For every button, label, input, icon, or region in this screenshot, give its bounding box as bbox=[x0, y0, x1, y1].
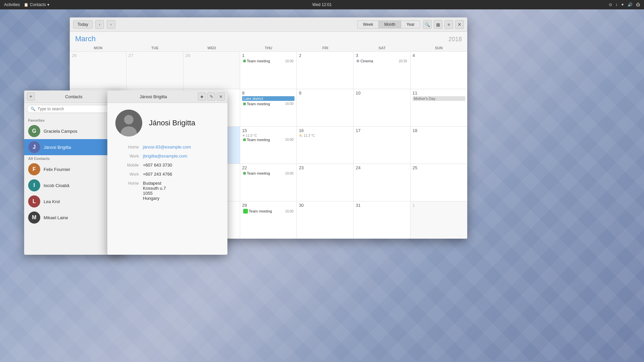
detail-contact-name: Jánosi Brigitta bbox=[149, 119, 195, 127]
cal-cell-11[interactable]: 11 Mother's Day bbox=[411, 89, 467, 126]
event-team-meeting-22[interactable]: Team meeting 16:00 bbox=[242, 171, 294, 176]
detail-fields: Home jánosi-83@example.com Work jbrigitt… bbox=[115, 144, 219, 201]
cal-cell-17[interactable]: 17 bbox=[354, 127, 410, 164]
topbar-sys-icons: ⊙ ↕ ✦ 🔊 ⏻ bbox=[609, 2, 640, 7]
cal-cell-22[interactable]: 22 Team meeting 16:00 bbox=[240, 164, 297, 201]
detail-close-button[interactable]: ✕ bbox=[217, 93, 225, 101]
list-view-button[interactable]: ▦ bbox=[434, 20, 442, 29]
event-lake-district[interactable]: Lake district bbox=[242, 96, 294, 101]
topbar: Activities 📋 Contacts ▾ Wed 12:01 ⊙ ↕ ✦ … bbox=[0, 0, 644, 9]
field-work-email: Work jbrigitta@example.com bbox=[115, 154, 219, 159]
contact-detail-window: Jánosi Brigitta ★ ✎ ✕ Jánosi Brigitta Ho bbox=[107, 90, 227, 255]
contact-avatar-graciela: G bbox=[28, 125, 40, 137]
event-team-meeting-1[interactable]: Team meeting 16:00 bbox=[242, 59, 294, 63]
event-team-meeting-29[interactable]: Team meeting 16:00 bbox=[242, 208, 294, 214]
cal-cell-30[interactable]: 30 bbox=[297, 201, 354, 239]
cal-cell-15[interactable]: 15 ☀11.0 °C Team meeting 16:00 bbox=[240, 127, 297, 164]
cal-cell-23[interactable]: 23 bbox=[297, 164, 354, 201]
contacts-app-icon: 📋 bbox=[24, 3, 29, 7]
detail-toolbar: Jánosi Brigitta ★ ✎ ✕ bbox=[107, 90, 227, 103]
event-mothers-day[interactable]: Mother's Day bbox=[413, 96, 465, 101]
cal-cell-1[interactable]: 1 Team meeting 16:00 bbox=[240, 52, 297, 89]
contact-name-lea: Lea Krol bbox=[44, 199, 60, 204]
event-dot bbox=[243, 138, 246, 141]
cal-cell-25[interactable]: 25 bbox=[411, 164, 467, 201]
cal-cell-26-feb[interactable]: 26 bbox=[70, 52, 126, 89]
cal-cell-8[interactable]: 8 Lake district Team meeting 16:00 bbox=[240, 89, 297, 126]
day-header-sun: SUN bbox=[411, 45, 467, 51]
field-work-email-value: jbrigitta@example.com bbox=[143, 154, 187, 159]
detail-window-title: Jánosi Brigitta bbox=[110, 94, 197, 99]
cal-cell-4[interactable]: 4 bbox=[411, 52, 467, 89]
edit-button[interactable]: ✎ bbox=[207, 93, 215, 101]
calendar-toolbar-right: 🔍 ▦ ≡ ✕ bbox=[423, 20, 464, 29]
weather-15: ☀11.0 °C bbox=[242, 134, 294, 137]
cal-cell-18[interactable]: 18 bbox=[411, 127, 467, 164]
topbar-app-menu[interactable]: 📋 Contacts ▾ bbox=[24, 2, 49, 7]
search-input[interactable] bbox=[38, 107, 117, 111]
cal-cell-9[interactable]: 9 bbox=[297, 89, 354, 126]
weather-16: ⛅11.3 °C bbox=[299, 134, 351, 137]
field-home-email-value: jánosi-83@example.com bbox=[143, 144, 191, 149]
day-header-thu: THU bbox=[240, 45, 297, 51]
contact-avatar-mikael: M bbox=[28, 212, 40, 224]
event-dot bbox=[243, 172, 246, 175]
contact-avatar-felix: F bbox=[28, 163, 40, 175]
volume-icon: 🔊 bbox=[628, 2, 633, 7]
search-icon: 🔍 bbox=[31, 107, 36, 111]
topbar-activities[interactable]: Activities bbox=[4, 2, 20, 7]
contact-name-felix: Felix Fournier bbox=[44, 167, 70, 172]
field-home-address: Home Budapest Kossuth u.7 1055 Hungary bbox=[115, 181, 219, 201]
calendar-close-button[interactable]: ✕ bbox=[455, 20, 464, 29]
cal-cell-2[interactable]: 2 bbox=[297, 52, 354, 89]
next-button[interactable]: › bbox=[107, 20, 115, 29]
field-work-phone: Work +607 243 4766 bbox=[115, 172, 219, 177]
contact-avatar-iocob: I bbox=[28, 179, 40, 191]
cal-cell-29[interactable]: 29 Team meeting 16:00 bbox=[240, 201, 297, 239]
cal-cell-28-feb[interactable]: 28 bbox=[183, 52, 240, 89]
contact-name-janosi: Jánosi Brigitta bbox=[44, 145, 71, 150]
field-home-email: Home jánosi-83@example.com bbox=[115, 144, 219, 149]
event-dot bbox=[243, 103, 246, 105]
week-view-button[interactable]: Week bbox=[358, 21, 379, 28]
cal-cell-31[interactable]: 31 bbox=[354, 201, 410, 239]
year-view-button[interactable]: Year bbox=[401, 21, 420, 28]
day-headers: MON TUE WED THU FRI SAT SUN bbox=[70, 45, 467, 52]
field-home-address-value: Budapest Kossuth u.7 1055 Hungary bbox=[143, 181, 166, 201]
day-header-sat: SAT bbox=[354, 45, 410, 51]
week-1: 26 27 28 1 Team meeting 16:00 2 3 bbox=[70, 52, 467, 89]
event-cinema[interactable]: Cinema 20:35 bbox=[356, 59, 408, 63]
contact-avatar-janosi: J bbox=[28, 141, 40, 153]
svg-point-1 bbox=[124, 115, 133, 124]
topbar-datetime: Wed 12:01 bbox=[312, 2, 332, 7]
day-header-wed: WED bbox=[183, 45, 240, 51]
cal-cell-1-apr[interactable]: 1 bbox=[411, 201, 467, 239]
star-button[interactable]: ★ bbox=[198, 93, 206, 101]
month-view-button[interactable]: Month bbox=[379, 21, 401, 28]
cal-cell-3[interactable]: 3 Cinema 20:35 bbox=[354, 52, 410, 89]
field-mobile: Mobile +607 643 3730 bbox=[115, 163, 219, 168]
cal-cell-10[interactable]: 10 bbox=[354, 89, 410, 126]
event-dot bbox=[243, 60, 246, 62]
event-dot bbox=[243, 209, 248, 214]
cal-cell-16[interactable]: 16 ⛅11.3 °C bbox=[297, 127, 354, 164]
calendar-month-title: March bbox=[75, 35, 96, 43]
contact-name-graciela: Graciela Campos bbox=[44, 129, 77, 134]
detail-header: Jánosi Brigitta bbox=[115, 110, 219, 136]
day-header-tue: TUE bbox=[126, 45, 183, 51]
prev-button[interactable]: ‹ bbox=[95, 20, 104, 29]
today-button[interactable]: Today bbox=[73, 20, 93, 28]
view-toggle: Week Month Year bbox=[357, 20, 420, 28]
cal-cell-27-feb[interactable]: 27 bbox=[126, 52, 183, 89]
add-contact-button[interactable]: + bbox=[27, 93, 35, 101]
search-button[interactable]: 🔍 bbox=[423, 20, 432, 29]
network-icon: ↕ bbox=[615, 2, 618, 7]
event-team-meeting-8[interactable]: Team meeting 16:00 bbox=[242, 102, 294, 106]
search-box[interactable]: 🔍 bbox=[27, 105, 121, 113]
cal-cell-24[interactable]: 24 bbox=[354, 164, 410, 201]
event-team-meeting-15[interactable]: Team meeting 16:00 bbox=[242, 137, 294, 142]
contacts-window-title: Contacts bbox=[37, 94, 111, 99]
settings-button[interactable]: ≡ bbox=[444, 20, 453, 29]
bluetooth-icon: ⊙ bbox=[609, 2, 612, 7]
topbar-dropdown-icon: ▾ bbox=[47, 2, 49, 7]
